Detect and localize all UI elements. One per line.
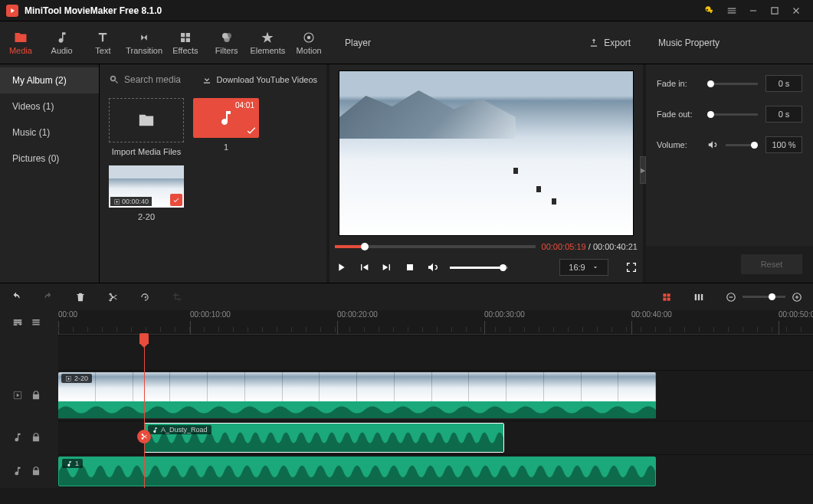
import-label: Import Media Files <box>112 147 181 156</box>
titlebar: MiniTool MovieMaker Free 8.1.0 <box>0 0 813 21</box>
delete-button[interactable] <box>75 292 86 303</box>
timecode: 00:00:05:19 / 00:00:40:21 <box>542 242 638 251</box>
add-track-icon[interactable] <box>12 317 23 328</box>
media-thumb-music-1[interactable]: 04:01 <box>193 98 259 138</box>
aspect-ratio-select[interactable]: 16:9 <box>559 259 608 276</box>
folder-icon <box>138 112 155 129</box>
fadein-label: Fade in: <box>657 79 700 88</box>
tab-effects[interactable]: Effects <box>165 21 206 64</box>
audio-track-2: 1 <box>0 454 813 488</box>
music-duration: 04:01 <box>235 101 254 110</box>
minimize-button[interactable] <box>743 0 764 21</box>
clip-label: A_Dusty_Road <box>148 425 211 434</box>
check-icon <box>245 124 257 136</box>
player-title: Player <box>345 38 371 48</box>
sidebar-item-myalbum[interactable]: My Album (2) <box>0 67 99 93</box>
media-thumb-video-1[interactable]: 00:00:40 <box>109 165 184 208</box>
prop-volume-slider[interactable] <box>726 144 758 146</box>
ruler-tick: 00:00:50:00 <box>779 310 813 319</box>
next-frame-button[interactable] <box>381 261 393 273</box>
audio-clip-2[interactable]: 1 <box>58 457 656 486</box>
svg-rect-5 <box>663 293 666 296</box>
album-sidebar: My Album (2) Videos (1) Music (1) Pictur… <box>0 64 100 283</box>
tab-media[interactable]: Media <box>0 21 41 64</box>
sidebar-item-videos[interactable]: Videos (1) <box>0 93 99 119</box>
prev-frame-button[interactable] <box>358 261 370 273</box>
reset-button[interactable]: Reset <box>741 254 802 274</box>
maximize-button[interactable] <box>764 0 785 21</box>
play-button[interactable] <box>335 261 347 273</box>
menu-icon[interactable] <box>721 0 743 21</box>
tab-filters[interactable]: Filters <box>206 21 248 64</box>
app-title: MiniTool MovieMaker Free 8.1.0 <box>25 5 700 16</box>
tab-elements[interactable]: Elements <box>248 21 289 64</box>
timeline-ruler[interactable]: 00:00 00:00:10:00 00:00:20:00 00:00:30:0… <box>58 310 813 335</box>
search-icon <box>109 74 120 85</box>
props-title: Music Property <box>658 38 720 48</box>
svg-rect-11 <box>701 293 703 299</box>
track-layers-icon[interactable] <box>31 317 41 328</box>
sidebar-item-music[interactable]: Music (1) <box>0 119 99 146</box>
video-track-icon <box>12 390 23 401</box>
ruler-tick: 00:00:40:00 <box>631 310 672 319</box>
tab-transition[interactable]: Transition <box>123 21 165 64</box>
properties-header: Music Property <box>646 21 813 64</box>
video-preview[interactable] <box>339 70 634 236</box>
video-thumb-duration: 00:00:40 <box>110 197 152 206</box>
redo-button[interactable] <box>43 292 54 303</box>
prop-volume-value[interactable]: 100 % <box>765 136 802 153</box>
volume-icon[interactable] <box>427 261 439 273</box>
search-input[interactable]: Search media <box>109 74 181 85</box>
fadein-value[interactable]: 0 s <box>765 75 802 92</box>
ruler-tick: 00:00 <box>58 310 77 319</box>
fadeout-value[interactable]: 0 s <box>765 106 802 123</box>
svg-point-3 <box>307 35 311 39</box>
speaker-icon <box>707 139 718 150</box>
stop-button[interactable] <box>404 261 416 273</box>
import-media-tile[interactable] <box>109 98 184 142</box>
view-mode-1-icon[interactable] <box>661 292 672 303</box>
view-mode-2-icon[interactable] <box>693 292 704 303</box>
tab-text[interactable]: Text <box>83 21 124 64</box>
fadeout-slider[interactable] <box>707 113 758 116</box>
zoom-slider[interactable] <box>743 296 785 298</box>
fadein-slider[interactable] <box>707 83 758 85</box>
timeline-ruler-row: 00:00 00:00:10:00 00:00:20:00 00:00:30:0… <box>0 310 813 335</box>
video-clip-1[interactable]: 2-20 <box>58 372 656 419</box>
download-youtube-button[interactable]: Download YouTube Videos <box>202 74 318 85</box>
svg-rect-7 <box>663 297 666 300</box>
fullscreen-button[interactable] <box>625 261 638 273</box>
audio-track-icon <box>12 466 23 476</box>
undo-button[interactable] <box>11 292 21 303</box>
speed-button[interactable] <box>139 292 150 303</box>
tab-motion[interactable]: Motion <box>288 21 329 64</box>
svg-point-2 <box>224 36 230 42</box>
timeline: 00:00 00:00:10:00 00:00:20:00 00:00:30:0… <box>0 310 813 488</box>
lock-icon[interactable] <box>31 432 41 443</box>
audio-clip-1[interactable]: A_Dusty_Road <box>144 423 504 453</box>
svg-rect-6 <box>667 293 670 296</box>
scrub-bar[interactable] <box>335 245 536 248</box>
lock-icon[interactable] <box>31 466 41 476</box>
close-button[interactable] <box>785 0 807 21</box>
crop-button[interactable] <box>172 292 182 303</box>
audio-track-1: A_Dusty_Road <box>0 421 813 454</box>
sidebar-item-pictures[interactable]: Pictures (0) <box>0 146 99 172</box>
fadeout-label: Fade out: <box>657 110 700 119</box>
panel-collapse-icon[interactable]: ▶ <box>640 156 646 184</box>
lock-icon[interactable] <box>31 390 41 401</box>
music-note-icon <box>217 109 235 127</box>
svg-rect-10 <box>698 293 700 299</box>
tab-audio[interactable]: Audio <box>41 21 83 64</box>
activate-key-icon[interactable] <box>700 0 721 21</box>
download-icon <box>202 74 212 85</box>
zoom-in-button[interactable] <box>792 292 802 303</box>
export-button[interactable]: Export <box>588 38 631 48</box>
music-thumb-label: 1 <box>224 142 228 152</box>
volume-slider[interactable] <box>450 267 508 269</box>
ruler-tick: 00:00:10:00 <box>190 310 231 319</box>
split-button[interactable] <box>107 292 118 303</box>
ruler-tick: 00:00:30:00 <box>484 310 525 319</box>
zoom-out-button[interactable] <box>726 292 736 303</box>
svg-rect-9 <box>695 293 697 299</box>
